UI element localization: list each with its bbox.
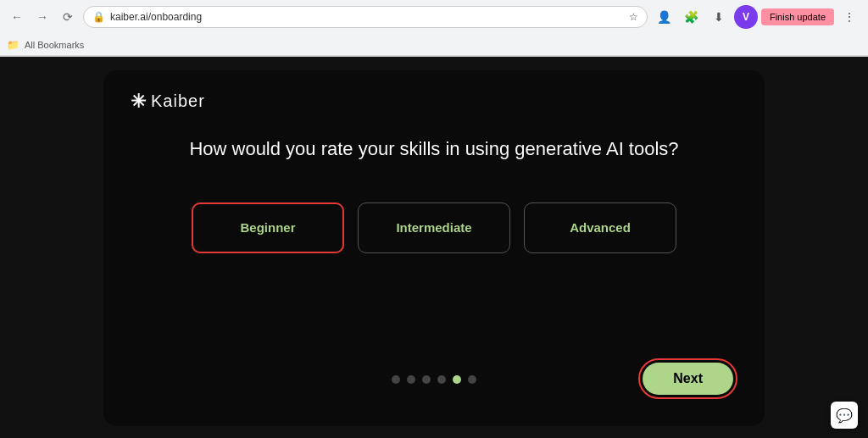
next-button-outer-border: Next [638,358,737,399]
bookmarks-bar: 📁 All Bookmarks [0,34,868,56]
dot-1 [392,375,400,384]
option-intermediate[interactable]: Intermediate [358,202,510,253]
option-advanced[interactable]: Advanced [524,202,676,253]
next-button[interactable]: Next [643,363,733,395]
logo: ✳ Kaiber [131,91,205,113]
dot-5-active [453,375,461,384]
dot-6 [468,375,476,384]
chat-icon[interactable]: 💬 [831,402,858,429]
download-button[interactable]: ⬇ [707,5,731,29]
lock-icon: 🔒 [92,11,105,23]
star-icon: ☆ [629,11,638,23]
onboarding-card: ✳ Kaiber How would you rate your skills … [103,70,765,426]
bookmarks-label: All Bookmarks [25,40,84,50]
finish-update-button[interactable]: Finish update [761,8,834,25]
question-text: How would you rate your skills in using … [189,138,678,160]
forward-button[interactable]: → [32,7,53,27]
bookmarks-folder-icon: 📁 [7,39,19,51]
browser-chrome: ← → ⟳ 🔒 kaiber.ai/onboarding ☆ 👤 🧩 ⬇ V F… [0,0,868,57]
back-button[interactable]: ← [7,7,27,27]
profile-icon-button[interactable]: 👤 [653,5,676,29]
options-row: Beginner Intermediate Advanced [192,202,676,253]
next-button-wrapper: Next [638,358,737,399]
extensions-button[interactable]: 🧩 [680,5,704,29]
logo-icon: ✳ [131,91,146,113]
menu-button[interactable]: ⋮ [837,5,861,29]
address-bar[interactable]: 🔒 kaiber.ai/onboarding ☆ [83,6,648,28]
reload-button[interactable]: ⟳ [58,7,78,27]
browser-toolbar: ← → ⟳ 🔒 kaiber.ai/onboarding ☆ 👤 🧩 ⬇ V F… [0,0,868,34]
dot-2 [407,375,415,384]
dot-4 [437,375,446,384]
pagination-dots [392,375,476,384]
toolbar-right: 👤 🧩 ⬇ V Finish update ⋮ [653,5,861,29]
page-content: ✳ Kaiber How would you rate your skills … [0,57,868,438]
url-text: kaiber.ai/onboarding [110,11,624,23]
profile-avatar-button[interactable]: V [734,5,758,29]
dot-3 [422,375,431,384]
logo-text: Kaiber [151,91,205,111]
option-beginner[interactable]: Beginner [192,202,344,253]
